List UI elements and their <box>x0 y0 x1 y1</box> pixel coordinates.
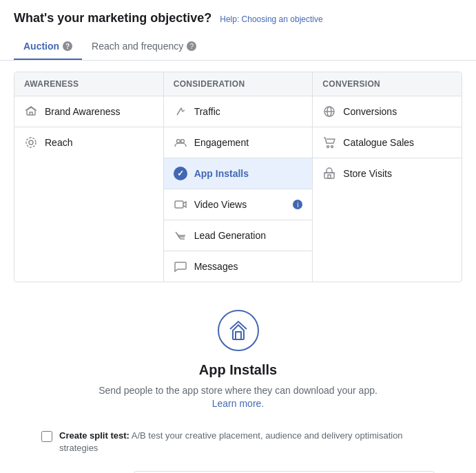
tabs-container: Auction ? Reach and frequency ? <box>0 34 476 61</box>
store-visits-icon <box>322 167 336 180</box>
page-title: What's your marketing objective? <box>14 11 211 25</box>
video-views-icon <box>174 198 187 211</box>
detail-title: App Installs <box>14 362 462 378</box>
campaign-name-row: Campaign name ? <box>0 461 476 473</box>
help-link[interactable]: Help: Choosing an objective <box>220 14 322 24</box>
conversions-item[interactable]: Conversions <box>313 96 462 127</box>
video-views-item[interactable]: Video Views i <box>164 189 313 220</box>
awareness-column: Awareness Brand Awareness Reach <box>14 72 164 282</box>
lead-generation-item[interactable]: Lead Generation <box>164 220 313 251</box>
messages-item[interactable]: Messages <box>164 251 313 282</box>
awareness-header: Awareness <box>14 72 163 96</box>
video-views-info[interactable]: i <box>293 200 302 209</box>
brand-awareness-icon <box>24 105 38 118</box>
svg-point-3 <box>176 140 180 143</box>
svg-point-1 <box>26 138 36 147</box>
brand-awareness-item[interactable]: Brand Awareness <box>14 96 163 127</box>
conversion-header: Conversion <box>313 72 462 96</box>
messages-label: Messages <box>194 261 238 272</box>
split-test-row: Create split test: A/B test your creativ… <box>0 423 476 461</box>
split-test-label: Create split test: <box>59 430 130 441</box>
split-test-checkbox[interactable] <box>41 431 52 442</box>
store-visits-label: Store Visits <box>343 168 392 179</box>
detail-description: Send people to the app store where they … <box>14 383 462 398</box>
lead-generation-icon <box>174 229 187 242</box>
tab-auction-label: Auction <box>23 41 59 52</box>
tab-reach-frequency-info[interactable]: ? <box>187 41 196 51</box>
catalogue-sales-item[interactable]: Catalogue Sales <box>313 127 462 158</box>
split-test-text: Create split test: A/B test your creativ… <box>59 430 435 454</box>
store-visits-item[interactable]: Store Visits <box>313 158 462 189</box>
traffic-item[interactable]: Traffic <box>164 96 313 127</box>
tab-auction-info[interactable]: ? <box>63 41 72 51</box>
reach-item[interactable]: Reach <box>14 127 163 158</box>
consideration-header: Consideration <box>164 72 313 96</box>
reach-icon <box>24 136 38 149</box>
consideration-column: Consideration Traffic Engagement App Ins… <box>164 72 313 282</box>
svg-point-4 <box>180 140 184 143</box>
svg-point-10 <box>331 146 333 148</box>
brand-awareness-label: Brand Awareness <box>45 106 120 117</box>
detail-icon-circle <box>218 310 259 351</box>
app-installs-label: App Installs <box>194 168 249 179</box>
objective-grid: Awareness Brand Awareness Reach <box>14 72 462 282</box>
svg-point-9 <box>327 146 329 148</box>
engagement-label: Engagement <box>194 137 249 148</box>
page-header: What's your marketing objective? Help: C… <box>0 0 476 25</box>
lead-generation-label: Lead Generation <box>194 230 266 241</box>
svg-rect-12 <box>328 175 331 178</box>
learn-more-link[interactable]: Learn more. <box>212 398 264 409</box>
svg-rect-13 <box>236 332 241 339</box>
conversions-label: Conversions <box>343 106 397 117</box>
app-installs-selected-icon <box>174 167 187 180</box>
svg-rect-5 <box>175 201 183 208</box>
svg-rect-11 <box>324 173 334 178</box>
traffic-icon <box>174 105 187 118</box>
engagement-icon <box>174 136 187 149</box>
engagement-item[interactable]: Engagement <box>164 127 313 158</box>
tab-reach-frequency[interactable]: Reach and frequency ? <box>82 34 206 60</box>
tab-reach-frequency-label: Reach and frequency <box>92 41 183 52</box>
conversion-column: Conversion Conversions Catalogue Sales <box>313 72 462 282</box>
reach-label: Reach <box>45 137 72 148</box>
video-views-label: Video Views <box>194 199 247 210</box>
app-installs-item[interactable]: App Installs <box>164 158 313 189</box>
detail-section: App Installs Send people to the app stor… <box>0 293 476 420</box>
messages-icon <box>174 260 187 273</box>
catalogue-sales-label: Catalogue Sales <box>343 137 414 148</box>
conversions-icon <box>322 105 336 118</box>
traffic-label: Traffic <box>194 106 220 117</box>
catalogue-sales-icon <box>322 136 336 149</box>
tab-auction[interactable]: Auction ? <box>14 34 82 60</box>
svg-point-0 <box>29 140 33 145</box>
